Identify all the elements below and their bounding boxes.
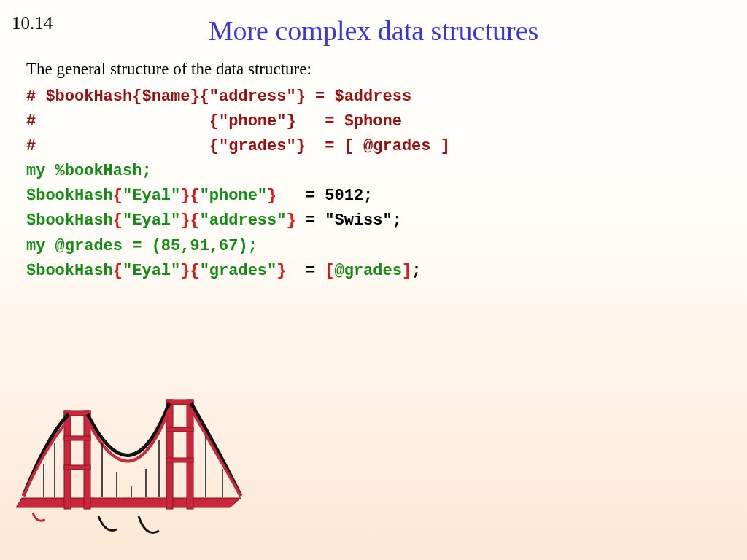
svg-rect-3 [64,436,90,440]
code-l5-brace1: { [113,187,123,205]
code-line-7: my @grades = (85,91,67); [26,237,258,255]
slide-number: 10.14 [12,13,53,34]
code-l6-var: $bookHash [26,211,113,230]
code-line-4: my %bookHash; [26,162,152,180]
code-l6-assign: = "Swiss"; [296,211,402,230]
code-l8-semi: ; [411,262,421,280]
slide-title: More complex data structures [0,0,747,47]
comment-line-1: # $bookHash{$name}{"address"} = $address [26,88,411,106]
comment-line-2: # {"phone"} = $phone [26,112,402,131]
code-l6-brace1: { [113,211,123,230]
code-l8-key1: "Eyal" [123,262,180,280]
code-l6-key2: "address" [200,211,287,230]
code-l8-key2: "grades" [200,262,277,280]
code-l5-assign: = 5012; [276,187,373,205]
comment-line-3: # {"grades"} = [ @grades ] [26,137,450,155]
code-l5-brace3: } [267,187,276,205]
code-block: # $bookHash{$name}{"address"} = $address… [26,85,721,284]
code-l8-arr: @grades [335,262,402,280]
code-l8-brace1: { [113,262,123,280]
code-l6-brace3: } [286,211,295,230]
code-l8-lbracket: [ [325,262,334,280]
bridge-icon [15,370,248,545]
intro-text: The general structure of the data struct… [26,60,721,79]
code-l8-rbracket: ] [402,262,411,280]
svg-rect-6 [187,400,193,509]
code-l8-brace3: } [276,262,286,280]
code-l8-eq: = [286,262,325,280]
code-l5-key1: "Eyal" [123,187,180,205]
code-l6-key1: "Eyal" [123,211,180,230]
code-l5-brace2: }{ [180,187,199,205]
svg-rect-9 [166,458,193,462]
code-l8-var: $bookHash [26,262,113,280]
code-l5-key2: "phone" [200,187,267,205]
svg-rect-8 [166,427,193,432]
code-l5-var: $bookHash [26,187,113,205]
code-l6-brace2: }{ [180,211,199,230]
svg-rect-4 [64,465,90,470]
content-area: The general structure of the data struct… [0,47,747,284]
code-l8-brace2: }{ [180,262,199,280]
